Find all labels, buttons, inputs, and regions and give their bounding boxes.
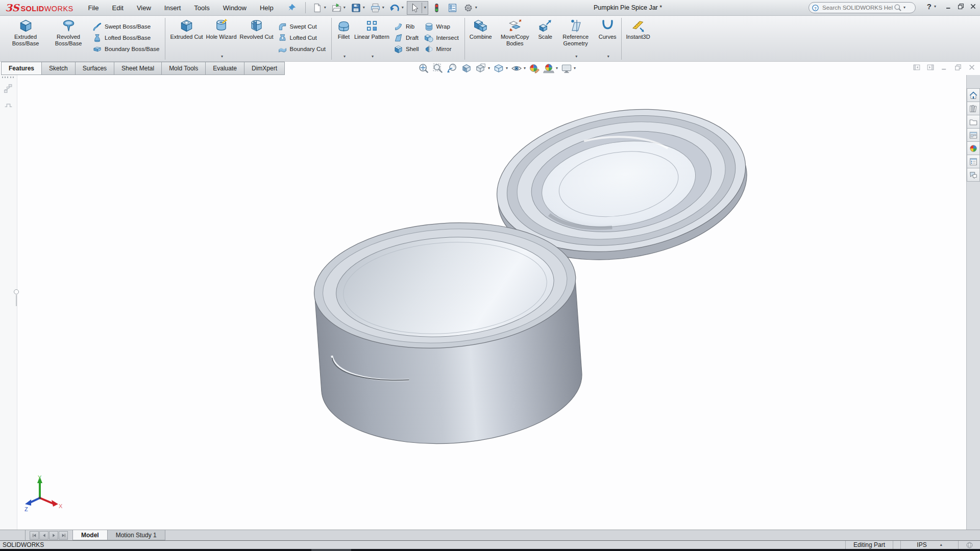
- lofted-cut-button[interactable]: Lofted Cut: [276, 32, 327, 43]
- open-button[interactable]: ▾: [329, 1, 348, 15]
- options-dropdown-caret[interactable]: ▾: [475, 6, 477, 10]
- combine-button[interactable]: Combine: [468, 17, 494, 60]
- display-style-button[interactable]: ▾: [492, 63, 509, 74]
- hide-show-items-dropdown-caret[interactable]: ▾: [524, 66, 526, 70]
- previous-pane-button[interactable]: [913, 63, 921, 71]
- help-dropdown-caret[interactable]: ▾: [934, 5, 936, 9]
- design-library-button[interactable]: [967, 102, 980, 115]
- feature-tree-icon[interactable]: [3, 83, 14, 94]
- search-icon[interactable]: [894, 4, 902, 12]
- minimize-button[interactable]: [945, 3, 952, 10]
- view-orientation-button[interactable]: ▾: [474, 63, 492, 74]
- search-input[interactable]: [821, 4, 894, 11]
- next-tab-button[interactable]: [49, 531, 58, 540]
- tab-features[interactable]: Features: [1, 62, 42, 75]
- undo-dropdown-caret[interactable]: ▾: [402, 6, 404, 10]
- menu-insert[interactable]: Insert: [158, 2, 188, 14]
- menu-window[interactable]: Window: [216, 2, 253, 14]
- apply-scene-dropdown-caret[interactable]: ▾: [556, 66, 558, 70]
- print-dropdown-caret[interactable]: ▾: [382, 6, 384, 10]
- previous-tab-button[interactable]: [39, 531, 48, 540]
- document-restore-button[interactable]: [954, 63, 962, 71]
- boundary-cut-button[interactable]: Boundary Cut: [276, 43, 327, 55]
- view-settings-button[interactable]: ▾: [559, 63, 577, 74]
- close-button[interactable]: [969, 3, 977, 10]
- appearances-scenes-button[interactable]: [967, 141, 980, 155]
- save-button[interactable]: ▾: [349, 1, 367, 15]
- pin-toolbar-icon[interactable]: [287, 3, 297, 12]
- panel-splitter[interactable]: [14, 289, 18, 306]
- print-button[interactable]: ▾: [368, 1, 386, 15]
- first-tab-button[interactable]: [30, 531, 39, 540]
- linear-pattern-button[interactable]: Linear Pattern▾: [353, 17, 391, 60]
- tab-motion-study-1[interactable]: Motion Study 1: [108, 530, 165, 540]
- extruded-cut-button[interactable]: Extruded Cut: [168, 17, 204, 60]
- tab-dimxpert[interactable]: DimXpert: [244, 62, 285, 75]
- fillet-dropdown-caret[interactable]: ▾: [344, 55, 346, 59]
- custom-properties-button[interactable]: [967, 155, 980, 168]
- curves-dropdown-caret[interactable]: ▾: [607, 55, 609, 59]
- windows-taskbar-sliver[interactable]: [0, 549, 980, 551]
- panel-drag-handle[interactable]: [2, 77, 15, 78]
- menu-edit[interactable]: Edit: [105, 2, 130, 14]
- select-dropdown-caret[interactable]: ▾: [422, 3, 426, 13]
- extruded-boss-base-button[interactable]: Extruded Boss/Base: [4, 17, 47, 60]
- tab-sheet-metal[interactable]: Sheet Metal: [114, 62, 162, 75]
- intersect-button[interactable]: Intersect: [423, 32, 460, 43]
- mirror-button[interactable]: Mirror: [423, 43, 460, 55]
- view-palette-button[interactable]: [967, 128, 980, 142]
- instant3d-button[interactable]: Instant3D: [625, 17, 652, 60]
- rib-button[interactable]: Rib: [392, 21, 421, 32]
- apply-scene-button[interactable]: ▾: [542, 63, 559, 74]
- tab-evaluate[interactable]: Evaluate: [206, 62, 244, 75]
- zoom-to-fit-button[interactable]: [416, 63, 431, 74]
- menu-help[interactable]: Help: [253, 2, 280, 14]
- section-view-button[interactable]: [459, 63, 474, 74]
- document-close-button[interactable]: [968, 63, 976, 71]
- open-dropdown-caret[interactable]: ▾: [344, 6, 346, 10]
- help-button[interactable]: ?: [927, 2, 932, 11]
- revolved-boss-base-button[interactable]: Revolved Boss/Base: [47, 17, 90, 60]
- fillet-button[interactable]: Fillet▾: [335, 17, 353, 60]
- solidworks-resources-button[interactable]: [967, 88, 980, 102]
- tab-model[interactable]: Model: [72, 530, 108, 540]
- shell-button[interactable]: Shell: [392, 43, 421, 55]
- search-help-box[interactable]: ? ▾: [808, 2, 916, 13]
- tab-surfaces[interactable]: Surfaces: [76, 62, 114, 75]
- options-button[interactable]: ▾: [461, 1, 479, 15]
- rebuild-button[interactable]: [429, 1, 444, 15]
- menu-view[interactable]: View: [130, 2, 158, 14]
- view-settings-dropdown-caret[interactable]: ▾: [574, 66, 576, 70]
- lofted-boss-base-button[interactable]: Lofted Boss/Base: [91, 32, 161, 43]
- jar-base-model[interactable]: [310, 214, 586, 452]
- revolved-cut-button[interactable]: Revolved Cut: [238, 17, 275, 60]
- restore-button[interactable]: [957, 3, 965, 10]
- reference-geometry-button[interactable]: Reference Geometry▾: [554, 17, 597, 60]
- search-dropdown-caret[interactable]: ▾: [903, 6, 905, 10]
- display-style-dropdown-caret[interactable]: ▾: [506, 66, 508, 70]
- swept-boss-base-button[interactable]: Swept Boss/Base: [91, 21, 161, 32]
- solidworks-forum-button[interactable]: [967, 168, 980, 182]
- boundary-boss-base-button[interactable]: Boundary Boss/Base: [91, 43, 161, 55]
- new-button[interactable]: ▾: [310, 1, 328, 15]
- move-copy-bodies-button[interactable]: Move/Copy Bodies: [494, 17, 536, 60]
- select-button[interactable]: ▾: [407, 1, 428, 15]
- scale-button[interactable]: Scale: [536, 17, 554, 60]
- undo-button[interactable]: ▾: [387, 1, 406, 15]
- save-dropdown-caret[interactable]: ▾: [363, 6, 365, 10]
- units-selector[interactable]: IPS▴: [900, 541, 958, 549]
- menu-tools[interactable]: Tools: [187, 2, 216, 14]
- file-properties-button[interactable]: [445, 1, 460, 15]
- view-orientation-dropdown-caret[interactable]: ▾: [488, 66, 490, 70]
- document-minimize-button[interactable]: [940, 63, 948, 71]
- new-dropdown-caret[interactable]: ▾: [324, 6, 326, 10]
- tab-sketch[interactable]: Sketch: [42, 62, 76, 75]
- tab-mold-tools[interactable]: Mold Tools: [162, 62, 206, 75]
- hole-wizard-button[interactable]: Hole Wizard▾: [205, 17, 238, 60]
- reference-geometry-dropdown-caret[interactable]: ▾: [575, 55, 577, 59]
- file-explorer-button[interactable]: [967, 115, 980, 129]
- hide-show-items-button[interactable]: ▾: [509, 63, 527, 74]
- last-tab-button[interactable]: [59, 531, 68, 540]
- tab-bar-splitter[interactable]: [25, 530, 26, 540]
- next-pane-button[interactable]: [926, 63, 935, 71]
